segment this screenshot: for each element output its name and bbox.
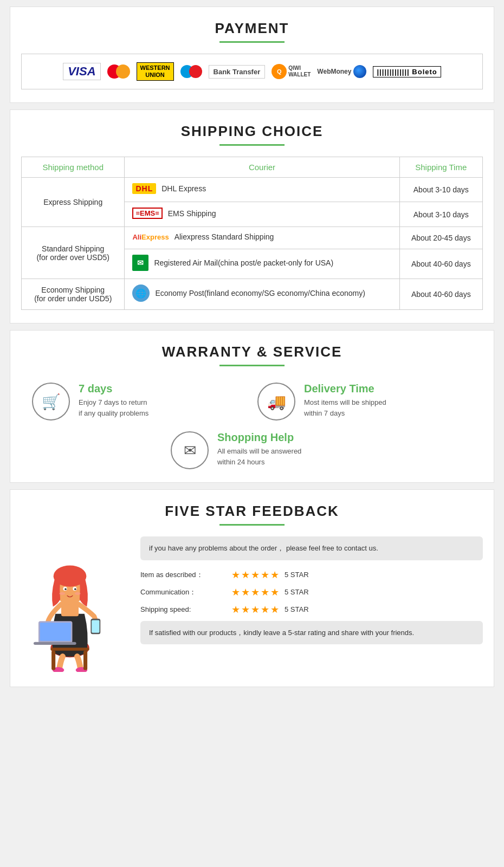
- warranty-item-return: 🛒 7 days Enjoy 7 days to returnif any qu…: [32, 383, 247, 420]
- standard-method: Standard Shipping(for order over USD5): [22, 227, 125, 279]
- svg-rect-14: [92, 620, 99, 632]
- feedback-right-panel: if you have any problems about the order…: [140, 536, 483, 644]
- china-post-icon: ✉: [132, 255, 148, 271]
- chinapost-courier-cell: ✉ Registered Air Mail(china post/e packe…: [125, 249, 399, 279]
- col-method: Shipping method: [22, 157, 125, 178]
- warranty-text-help: Shopping Help All emails will be answere…: [217, 431, 301, 467]
- ems-courier-cell: ≡EMS≡ EMS Shipping: [125, 202, 399, 227]
- bank-transfer-logo: Bank Transfer: [209, 62, 266, 81]
- payment-logos-container: VISA WESTERNUNION Bank Transfer Q QIWIWA…: [21, 54, 483, 89]
- return-title: 7 days: [79, 383, 148, 395]
- economy-method: Economy Shipping(for order under USD5): [22, 279, 125, 310]
- shipping-underline: [219, 144, 285, 146]
- payment-underline: [219, 41, 285, 43]
- svg-point-7: [74, 588, 76, 591]
- warranty-help-center: ✉ Shopping Help All emails will be answe…: [21, 431, 483, 469]
- star-count-shipping: 5 STAR: [285, 605, 309, 613]
- rating-row-described: Item as described： ★★★★★ 5 STAR: [140, 569, 483, 581]
- economy-courier-cell: 🌐 Economy Post(finland economy/SG econom…: [125, 279, 399, 310]
- feedback-content: if you have any problems about the order…: [21, 536, 483, 674]
- dhl-logo: DHL: [132, 183, 156, 194]
- economy-time: About 40-60 days: [399, 279, 482, 310]
- col-courier: Courier: [125, 157, 399, 178]
- table-row: Express Shipping DHL DHL Express About 3…: [22, 178, 483, 202]
- cart-icon: 🛒: [32, 383, 70, 420]
- warranty-grid: 🛒 7 days Enjoy 7 days to returnif any qu…: [21, 377, 483, 426]
- truck-icon: 🚚: [257, 383, 295, 420]
- ems-logo: ≡EMS≡: [132, 208, 162, 219]
- mastercard-logo: [107, 62, 130, 81]
- stars-described: ★★★★★: [231, 569, 280, 581]
- ali-logo: AliExpress: [132, 233, 169, 241]
- feedback-bottom-message: If satisfied with our products，kindly le…: [140, 621, 483, 645]
- warranty-item-delivery: 🚚 Delivery Time Most items will be shipp…: [257, 383, 472, 420]
- svg-rect-19: [83, 651, 87, 670]
- warranty-underline: [219, 365, 285, 366]
- rating-row-communication: Communication： ★★★★★ 5 STAR: [140, 586, 483, 598]
- dhl-courier-cell: DHL DHL Express: [125, 178, 399, 202]
- economy-name: Economy Post(finland economy/SG economy/…: [155, 289, 365, 297]
- table-row: Standard Shipping(for order over USD5) A…: [22, 227, 483, 249]
- ems-name: EMS Shipping: [168, 209, 216, 218]
- ali-name: Aliexpress Standard Shipping: [175, 232, 274, 241]
- dhl-name: DHL Express: [161, 184, 206, 193]
- svg-point-9: [75, 592, 81, 595]
- stars-shipping: ★★★★★: [231, 604, 280, 616]
- feedback-section: FIVE STAR FEEDBACK: [10, 489, 494, 687]
- warranty-item-help: ✉ Shopping Help All emails will be answe…: [171, 431, 333, 469]
- dhl-time: About 3-10 days: [399, 178, 482, 202]
- svg-rect-17: [50, 648, 89, 650]
- return-desc: Enjoy 7 days to returnif any quality pro…: [79, 397, 148, 418]
- ali-time: About 20-45 days: [399, 227, 482, 249]
- chinapost-time: About 40-60 days: [399, 249, 482, 279]
- shipping-section: SHIPPING CHOICE Shipping method Courier …: [10, 109, 494, 323]
- rating-label-described: Item as described：: [140, 570, 227, 580]
- feedback-underline: [219, 524, 285, 526]
- feedback-title: FIVE STAR FEEDBACK: [21, 503, 483, 520]
- warranty-text-return: 7 days Enjoy 7 days to returnif any qual…: [79, 383, 148, 418]
- svg-point-6: [64, 588, 67, 591]
- payment-title: PAYMENT: [21, 20, 483, 37]
- payment-section: PAYMENT VISA WESTERNUNION Bank Transfer …: [10, 7, 494, 103]
- maestro-logo: [180, 62, 202, 81]
- warranty-title: WARRANTY & SERVICE: [21, 344, 483, 360]
- rating-label-shipping: Shipping speed:: [140, 605, 227, 613]
- help-title: Shopping Help: [217, 431, 301, 444]
- top-message-text: if you have any problems about the order…: [149, 544, 378, 552]
- express-method: Express Shipping: [22, 178, 125, 227]
- rating-label-communication: Communication：: [140, 587, 227, 597]
- shipping-title: SHIPPING CHOICE: [21, 123, 483, 140]
- visa-logo: VISA: [63, 62, 100, 81]
- email-icon: ✉: [171, 431, 209, 469]
- svg-rect-12: [34, 642, 76, 645]
- rating-row-shipping: Shipping speed: ★★★★★ 5 STAR: [140, 604, 483, 616]
- table-row: Economy Shipping(for order under USD5) 🌐…: [22, 279, 483, 310]
- star-count-communication: 5 STAR: [285, 588, 309, 596]
- qiwi-logo: Q QIWIWALLET: [272, 62, 311, 81]
- col-time: Shipping Time: [399, 157, 482, 178]
- bottom-message-text: If satisfied with our products，kindly le…: [149, 629, 414, 637]
- shipping-table: Shipping method Courier Shipping Time Ex…: [21, 157, 483, 310]
- warranty-text-delivery: Delivery Time Most items will be shipped…: [304, 383, 386, 418]
- webmoney-logo: WebMoney: [317, 62, 366, 81]
- feedback-top-message: if you have any problems about the order…: [140, 536, 483, 560]
- stars-communication: ★★★★★: [231, 586, 280, 598]
- svg-rect-11: [40, 623, 71, 641]
- delivery-title: Delivery Time: [304, 383, 386, 395]
- delivery-desc: Most items will be shippedwithin 7 days: [304, 397, 386, 418]
- help-desc: All emails will be answeredwithin 24 hou…: [217, 446, 301, 467]
- star-count-described: 5 STAR: [285, 571, 309, 579]
- svg-rect-18: [51, 651, 55, 670]
- western-union-logo: WESTERNUNION: [137, 62, 174, 81]
- un-icon: 🌐: [132, 284, 150, 302]
- warranty-section: WARRANTY & SERVICE 🛒 7 days Enjoy 7 days…: [10, 330, 494, 483]
- chinapost-name: Registered Air Mail(china post/e packet-…: [154, 258, 333, 267]
- ems-time: About 3-10 days: [399, 202, 482, 227]
- girl-figure-svg: [21, 536, 119, 672]
- svg-point-8: [59, 592, 65, 595]
- ali-courier-cell: AliExpress Aliexpress Standard Shipping: [125, 227, 399, 249]
- boleto-logo: ||||||||||||| Boleto: [373, 62, 441, 81]
- feedback-illustration: [21, 536, 130, 674]
